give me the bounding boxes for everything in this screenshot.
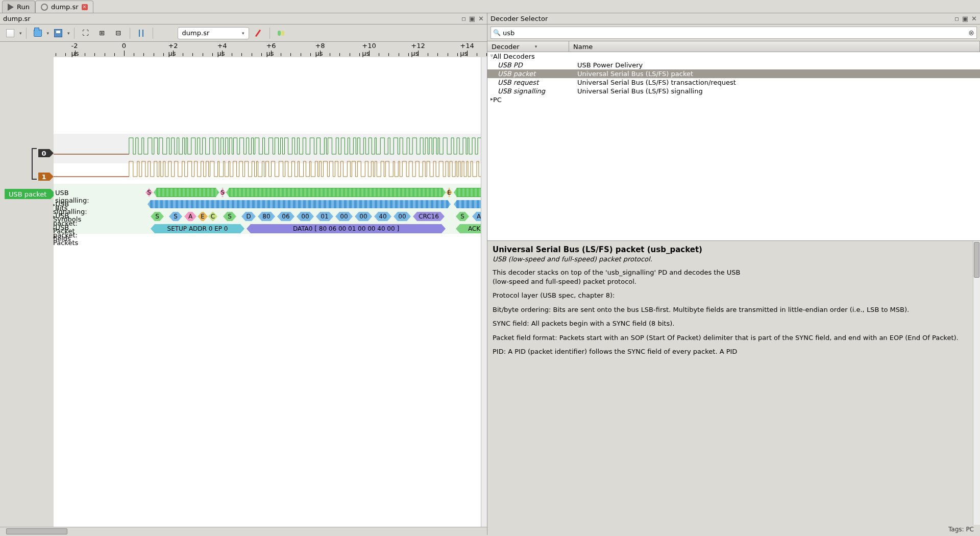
zoom-fit-button[interactable]: ⛶ [79,27,93,40]
gutter: 0 1 USB packet [0,57,54,527]
doc-header-right: Decoder Selector ▫ ▣ ✕ [487,13,980,24]
vertical-scrollbar[interactable] [481,57,487,527]
packet-field-pill[interactable]: 40 [374,212,391,221]
zoom-in-button[interactable]: ⊞ [95,27,109,40]
packet-fields-row: SSAECSD8006000100004000CRC16SAS [54,211,487,222]
bits-strip [226,188,446,197]
run-icon [8,4,14,11]
decoder-group[interactable]: All Decoders [487,52,980,61]
scrollbar-thumb[interactable] [6,528,67,534]
packet-field-pill[interactable]: S [169,212,182,221]
channel-marker-0[interactable]: 0 [38,149,54,157]
chevron-down-icon: ▾ [242,31,244,36]
tab-dump[interactable]: dump.sr × [35,1,93,13]
close-pane-icon[interactable]: ✕ [971,15,977,22]
maximize-icon[interactable]: ▣ [962,15,968,22]
probe-icon [255,29,261,37]
bits-marker: S [145,188,153,197]
decoder-badge[interactable]: USB packet [5,189,51,199]
search-icon: 🔍 [493,29,501,36]
packet-field-pill[interactable]: S [223,212,236,221]
packet-field-pill[interactable]: S [151,212,164,221]
tab-label: Run [17,3,30,11]
packet-field-pill[interactable]: 00 [335,212,353,221]
channel-marker-1[interactable]: 1 [38,173,54,181]
packets-row: SETUP ADDR 0 EP 0DATA0 [ 80 06 00 01 00 … [54,224,487,234]
wrench-icon [41,4,48,11]
new-icon [6,29,14,37]
close-icon[interactable]: × [82,4,88,10]
minimize-icon[interactable]: ▫ [954,15,959,22]
bits-marker: S [219,188,226,197]
doc-title: dump.sr [3,15,31,22]
decoder-group[interactable]: PC [487,95,980,104]
packet-field-pill[interactable]: CRC16 [413,212,445,221]
packet-field-pill[interactable]: C [208,212,217,221]
packet-field-pill[interactable]: 00 [394,212,411,221]
bits-strip [154,188,219,197]
new-button[interactable] [3,27,17,40]
decoder-list[interactable]: All DecodersUSB PDUSB Power DeliveryUSB … [487,52,980,241]
decoder-description: Universal Serial Bus (LS/FS) packet (usb… [487,241,980,535]
packet-field-pill[interactable]: D [241,212,256,221]
toolbar: ▾ ▾ ▾ ⛶ ⊞ ⊟ dump.sr ▾ [0,25,487,42]
tab-label: dump.sr [51,3,79,11]
panel-title: Decoder Selector [491,15,548,22]
col-name[interactable]: Name [569,41,980,52]
decoder-search[interactable]: 🔍 ⊗ [491,27,977,39]
combo-value: dump.sr [182,29,210,37]
minimize-icon[interactable]: ▫ [461,15,466,22]
flags-icon [137,29,145,37]
waveform-canvas[interactable]: USB signalling: Bits ▸USB signalling: Sy… [54,57,487,527]
packet-field-pill[interactable]: E [198,212,208,221]
maximize-icon[interactable]: ▣ [469,15,475,22]
packet-field-pill[interactable]: 00 [355,212,372,221]
cursors-button[interactable] [134,27,149,40]
desc-scrollbar[interactable] [973,241,980,525]
tab-run[interactable]: Run [2,1,35,13]
symbols-strip [148,200,451,208]
packet-pill[interactable]: SETUP ADDR 0 EP 0 [151,224,244,233]
waveform-ch1 [54,159,487,183]
col-decoder[interactable]: Decoder [487,41,569,52]
decoder-item[interactable]: USB PDUSB Power Delivery [487,61,980,69]
decoder-item[interactable]: USB requestUniversal Serial Bus (LS/FS) … [487,78,980,87]
packet-field-pill[interactable]: A [184,212,197,221]
decoder-grid-header: Decoder Name [487,41,980,52]
decoder-item[interactable]: USB packetUniversal Serial Bus (LS/FS) p… [487,69,980,78]
clear-icon[interactable]: ⊗ [968,29,974,37]
packet-field-pill[interactable]: 80 [258,212,275,221]
close-pane-icon[interactable]: ✕ [478,15,484,22]
channels-button[interactable] [274,27,288,40]
zoom-out-button[interactable]: ⊟ [111,27,126,40]
desc-subtitle: USB (low-speed and full-speed) packet pr… [493,255,975,263]
bits-marker: E [446,188,452,197]
save-icon [54,29,62,37]
open-button[interactable] [31,27,45,40]
time-ruler[interactable]: -2 µs0+2 µs+4 µs+6 µs+8 µs+10 µs+12 µs+1… [54,42,487,57]
channel-bracket [32,148,37,180]
packet-field-pill[interactable]: S [456,212,469,221]
probe-button[interactable] [251,27,265,40]
file-combo[interactable]: dump.sr ▾ [178,27,249,39]
desc-title: Universal Serial Bus (LS/FS) packet (usb… [493,245,975,254]
desc-tags: Tags: PC [948,526,974,533]
folder-icon [34,30,42,37]
packet-field-pill[interactable]: 06 [277,212,295,221]
decoder-item[interactable]: USB signallingUniversal Serial Bus (LS/F… [487,87,980,95]
search-input[interactable] [503,29,966,37]
packet-pill[interactable]: DATA0 [ 80 06 00 01 00 00 40 00 ] [247,224,446,233]
save-button[interactable] [51,27,65,40]
channels-icon [278,31,284,36]
packet-field-pill[interactable]: 01 [316,212,333,221]
doc-header-left: dump.sr ▫ ▣ ✕ [0,13,487,24]
horizontal-scrollbar[interactable] [0,527,487,535]
packet-field-pill[interactable]: 00 [297,212,314,221]
tab-bar: Run dump.sr × [0,0,980,13]
